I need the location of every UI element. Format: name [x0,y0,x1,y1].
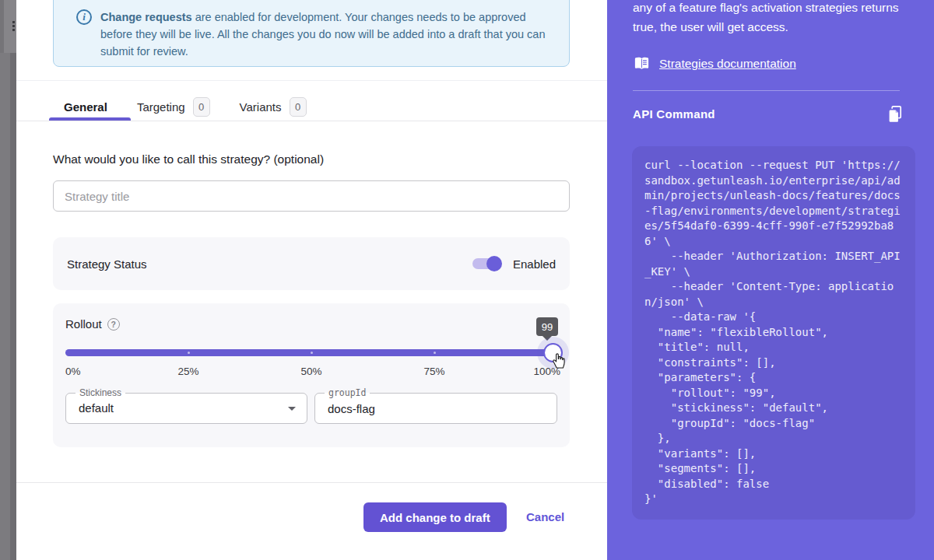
api-command-title: API Command [633,107,715,121]
banner-text: Change requests are enabled for developm… [100,9,552,60]
strategy-status-value: Enabled [513,257,556,271]
dimmed-edge [0,0,4,53]
strategy-intro-text: any of a feature flag's activation strat… [633,0,907,37]
tab-targeting[interactable]: Targeting 0 [122,93,225,121]
strategies-documentation-link[interactable]: Strategies documentation [659,57,796,71]
stickiness-value: default [79,394,114,423]
book-icon [633,54,651,72]
tabs-divider [16,121,607,121]
header-divider [16,80,607,81]
strategy-title-question: What would you like to call this strateg… [53,152,324,166]
rollout-label: Rollout [65,317,102,331]
tab-variants[interactable]: Variants 0 [225,93,321,121]
dimmed-backdrop [0,0,16,560]
add-change-to-draft-button[interactable]: Add change to draft [363,502,507,532]
groupid-field: groupId [314,393,557,424]
stickiness-select[interactable]: Stickiness default [65,393,307,424]
rollout-slider-track[interactable] [65,349,558,356]
cancel-button[interactable]: Cancel [526,502,564,532]
rollout-card: Rollout ? 99 0% 25% 50% 75% 100% Stickin… [53,303,570,447]
strategy-status-label: Strategy Status [67,257,147,271]
tab-variants-badge: 0 [290,97,307,117]
tab-bar: General Targeting 0 Variants 0 [49,93,321,121]
strategy-status-toggle[interactable] [472,256,502,271]
copy-icon [886,104,904,124]
help-sidebar: any of a feature flag's activation strat… [607,0,934,560]
tab-general[interactable]: General [49,93,122,121]
tab-targeting-badge: 0 [193,97,210,117]
slider-tick-75 [434,352,436,354]
dimmed-band [10,53,16,560]
docs-link-row: Strategies documentation [633,54,796,72]
footer-divider [16,482,607,483]
kebab-menu-icon [12,21,16,33]
slider-tick-25 [188,352,190,354]
banner-text-bold: Change requests [100,11,192,23]
rollout-value-tooltip: 99 [536,317,558,336]
slider-tick-50 [311,352,313,354]
help-icon[interactable]: ? [107,318,120,331]
slider-labels: 0% 25% 50% 75% 100% [53,366,570,378]
groupid-label: groupId [325,387,370,398]
strategy-title-input[interactable] [53,180,570,212]
api-command-code[interactable]: curl --location --request PUT 'https://s… [632,146,915,520]
toggle-knob [486,256,502,271]
strategy-status-card: Strategy Status Enabled [53,237,570,290]
sidebar-divider [633,90,900,91]
copy-button[interactable] [886,104,904,124]
info-icon: i [76,9,92,25]
chevron-down-icon [288,407,296,415]
strategy-modal: i Change requests are enabled for develo… [16,0,607,560]
change-requests-banner: i Change requests are enabled for develo… [53,0,570,67]
